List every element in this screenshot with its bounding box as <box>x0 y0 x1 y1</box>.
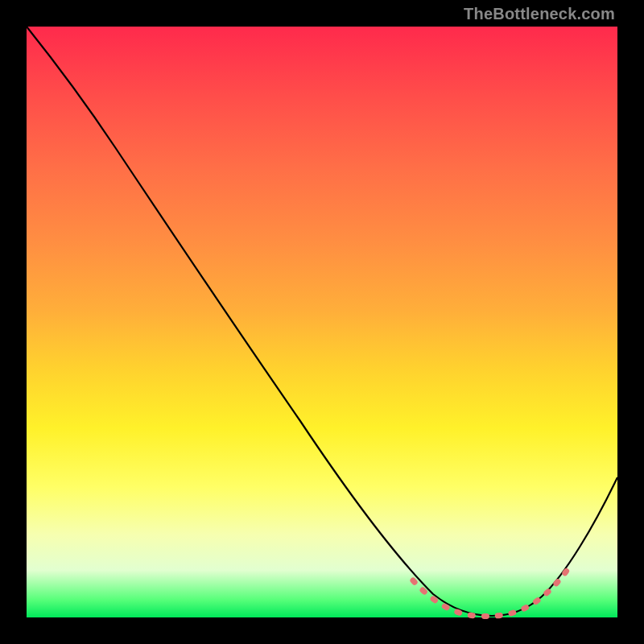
curve-layer <box>27 27 617 617</box>
optimal-range-marker <box>413 563 572 616</box>
attribution-text: TheBottleneck.com <box>464 5 615 23</box>
bottleneck-curve <box>27 27 617 616</box>
plot-area <box>27 27 617 617</box>
chart-frame: TheBottleneck.com <box>0 0 644 644</box>
